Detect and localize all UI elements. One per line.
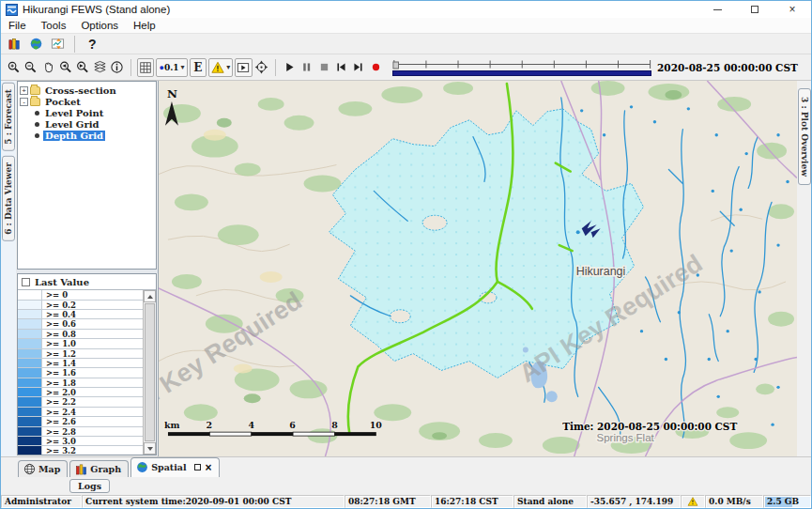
scroll-down-button[interactable]: [144, 442, 156, 455]
legend-row[interactable]: >= 2.6: [18, 417, 143, 426]
menu-tools[interactable]: Tools: [34, 20, 74, 31]
legend-row[interactable]: >= 3.2: [18, 446, 143, 455]
legend-swatch: [18, 349, 42, 358]
maximize-button[interactable]: [736, 1, 774, 18]
movie-button[interactable]: [235, 58, 253, 77]
legend-row[interactable]: >= 0.8: [18, 330, 143, 339]
legend-row[interactable]: >= 1.2: [18, 349, 143, 359]
maximize-panel-icon[interactable]: [194, 464, 201, 470]
last-value-row[interactable]: Last Value: [18, 274, 156, 290]
zoom-previous-icon[interactable]: [56, 58, 73, 77]
scroll-up-button[interactable]: [144, 290, 156, 302]
animation-settings-icon[interactable]: [253, 58, 270, 77]
timeline-progress-bar: [392, 70, 651, 76]
legend-list: >= 0 >= 0.2 >= 0.4: [18, 290, 143, 455]
help-icon[interactable]: ?: [83, 37, 102, 52]
menu-options[interactable]: Options: [73, 20, 126, 31]
wire-globe-icon: [23, 463, 36, 475]
last-frame-icon[interactable]: [350, 58, 367, 77]
info-icon[interactable]: [109, 58, 126, 77]
main-area: 5 : Forecast 6 : Data Viewer + Cross-sec…: [1, 81, 811, 456]
legend-row[interactable]: >= 1.0: [18, 339, 143, 348]
legend-swatch: [18, 368, 42, 377]
stop-icon[interactable]: [315, 58, 332, 77]
globe-icon[interactable]: [26, 35, 45, 54]
legend-label: >= 3.0: [42, 437, 76, 445]
legend-row[interactable]: >= 1.8: [18, 378, 143, 388]
bar-chart-icon: [75, 463, 87, 475]
legend-scrollbar[interactable]: [143, 290, 156, 455]
explorer-icon[interactable]: [5, 35, 23, 54]
legend-swatch: [18, 408, 42, 416]
legend-row[interactable]: >= 2.8: [18, 427, 143, 437]
spatial-display-icon[interactable]: [48, 35, 67, 54]
zoom-out-icon[interactable]: [22, 58, 38, 77]
zoom-next-icon[interactable]: [74, 58, 91, 77]
legend-swatch: [18, 330, 42, 338]
legend-label: >= 1.0: [42, 339, 76, 347]
title-bar[interactable]: Hikurangi FEWS (Stand alone) ×: [1, 1, 811, 18]
svg-text:N: N: [167, 87, 177, 100]
tab-map[interactable]: Map: [18, 460, 68, 477]
logs-button[interactable]: Logs: [69, 479, 110, 493]
time-slider[interactable]: [392, 57, 651, 78]
legend-row[interactable]: >= 1.6: [18, 368, 143, 378]
close-icon: ×: [789, 4, 795, 15]
folder-icon: [30, 86, 40, 95]
record-icon[interactable]: [367, 58, 384, 77]
warning-dropdown[interactable]: ▾: [208, 58, 233, 77]
tree-item-depth-grid[interactable]: Depth Grid: [20, 130, 154, 141]
chevron-down-icon: ▾: [226, 63, 230, 71]
tree-item-level-grid[interactable]: Level Grid: [20, 118, 154, 130]
legend-row[interactable]: >= 2.2: [18, 397, 143, 407]
zoom-in-icon[interactable]: [5, 58, 22, 77]
tree-item-cross-section[interactable]: + Cross-section: [20, 85, 154, 96]
play-icon[interactable]: [281, 58, 298, 77]
tab-graph[interactable]: Graph: [69, 460, 129, 477]
tab-data-viewer[interactable]: 6 : Data Viewer: [2, 156, 15, 241]
tab-spatial[interactable]: Spatial ×: [130, 457, 219, 477]
legend-row[interactable]: >= 3.0: [18, 437, 143, 446]
pan-icon[interactable]: [39, 58, 56, 77]
tree-item-pocket[interactable]: - Pocket: [20, 96, 154, 107]
pause-icon[interactable]: [299, 58, 315, 77]
legend-panel: Last Value >= 0 >= 0.2: [17, 273, 157, 455]
status-transfer-rate: 0.0 MB/s: [705, 495, 763, 508]
folder-icon: [30, 98, 40, 106]
first-frame-icon[interactable]: [332, 58, 349, 77]
close-button[interactable]: ×: [774, 1, 811, 18]
dot-size-dropdown[interactable]: ● 0.1 ▾: [156, 58, 187, 77]
menu-file[interactable]: File: [1, 20, 34, 31]
legend-row[interactable]: >= 2.0: [18, 388, 143, 397]
status-warning[interactable]: [681, 495, 705, 508]
legend-row[interactable]: >= 2.4: [18, 408, 143, 417]
legend-swatch: [18, 378, 42, 387]
legend-row[interactable]: >= 0.4: [18, 310, 143, 319]
scroll-thumb[interactable]: [145, 303, 155, 441]
layers-icon[interactable]: [91, 58, 108, 77]
legend-row[interactable]: >= 0.2: [18, 301, 143, 310]
town-label: Hikurangi: [576, 265, 626, 278]
legend-label: >= 1.6: [42, 368, 76, 377]
toolbar-separator: [275, 59, 276, 76]
menu-help[interactable]: Help: [126, 20, 163, 31]
legend-swatch: [18, 339, 42, 347]
legend-row[interactable]: >= 0: [18, 290, 143, 300]
editor-button[interactable]: E: [190, 58, 207, 77]
tab-forecast[interactable]: 5 : Forecast: [2, 83, 15, 151]
last-value-checkbox[interactable]: [22, 278, 30, 286]
spatial-map[interactable]: API Key Required API Key Required N Hiku…: [159, 81, 797, 456]
minimize-button[interactable]: [698, 1, 736, 18]
toolbar-separator: [130, 59, 131, 76]
tab-plot-overview[interactable]: 3 : Plot Overview: [798, 88, 811, 185]
tree-item-level-point[interactable]: Level Point: [20, 107, 154, 118]
legend-label: >= 1.8: [42, 378, 76, 387]
expand-icon[interactable]: +: [20, 86, 28, 95]
legend-swatch: [18, 397, 42, 406]
legend-row[interactable]: >= 0.6: [18, 319, 143, 329]
close-panel-icon[interactable]: ×: [206, 462, 212, 473]
legend-row[interactable]: >= 1.4: [18, 359, 143, 368]
grid-icon[interactable]: [137, 58, 155, 77]
status-gmt-time: 08:27:18 GMT: [345, 495, 431, 508]
collapse-icon[interactable]: -: [20, 98, 28, 106]
